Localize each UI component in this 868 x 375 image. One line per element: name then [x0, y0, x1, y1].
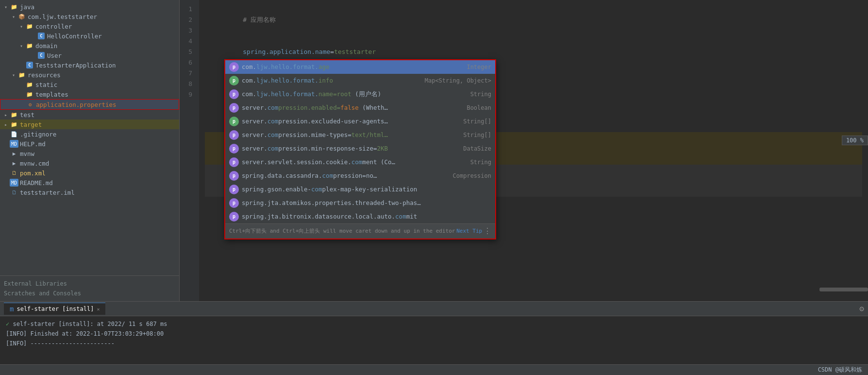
sidebar-item-label: domain — [35, 42, 57, 50]
autocomplete-item-10[interactable]: p spring.gson.enable-complex-map-key-ser… — [225, 183, 495, 196]
autocomplete-item-9[interactable]: p spring.data.cassandra.compression=no… … — [225, 169, 495, 183]
ac-icon-p: p — [229, 89, 239, 99]
ac-icon-p: p — [229, 198, 239, 208]
folder-icon: 📁 — [10, 111, 18, 119]
ac-text: com.ljw.hello.format.age — [242, 62, 457, 72]
tab-close-icon[interactable]: ✕ — [97, 307, 100, 312]
sidebar-item-label: .gitignore — [20, 131, 56, 138]
sidebar-item-mvnw[interactable]: ▶ mvnw — [0, 149, 179, 158]
ac-icon-p: p — [229, 171, 239, 181]
scratches-consoles-item[interactable]: Scratches and Consoles — [4, 289, 175, 298]
file-icon: 📄 — [10, 130, 18, 138]
folder-icon: 📁 — [25, 22, 34, 30]
ac-icon-p: p — [229, 157, 239, 167]
xml-icon: 🗋 — [10, 169, 18, 177]
sidebar-item-help-md[interactable]: MD HELP.md — [0, 139, 179, 149]
log-line-2: [INFO] ------------------------ — [6, 339, 862, 348]
chevron-down-icon: ▾ — [17, 43, 25, 49]
more-options-icon[interactable]: ⋮ — [484, 226, 491, 237]
sidebar-item-hello-controller[interactable]: C HelloController — [0, 31, 179, 41]
sidebar-item-templates[interactable]: 📁 templates — [0, 89, 179, 99]
sidebar-item-label: resources — [28, 71, 61, 79]
log-line-run: ✓ self-starter [install]: at 2022/ 11 s … — [6, 319, 862, 329]
tab-label: self-starter [install] — [17, 306, 94, 312]
sidebar-item-label: test — [20, 111, 34, 119]
external-libraries-item[interactable]: External Libraries — [4, 279, 175, 289]
sidebar-item-resources[interactable]: ▾ 📁 resources — [0, 70, 179, 80]
sidebar-item-domain[interactable]: ▾ 📁 domain — [0, 41, 179, 51]
code-content[interactable]: # 应用名称 spring.application.name=teststart… — [199, 0, 868, 301]
sidebar-item-controller[interactable]: ▾ 📁 controller — [0, 21, 179, 31]
sidebar-item-readme-md[interactable]: MD README.md — [0, 178, 179, 188]
ac-type: DataSize — [453, 143, 491, 154]
ac-text: spring.data.cassandra.compression=no… — [242, 170, 443, 181]
package-icon: 📦 — [17, 13, 26, 20]
ac-text: server.compression.min-response-size=2KB — [242, 143, 453, 154]
sidebar-item-label: TeststarterApplication — [35, 62, 116, 69]
autocomplete-item-5[interactable]: p server.compression.excluded-user-agent… — [225, 115, 495, 128]
ac-type: Compression — [443, 170, 491, 181]
ac-icon-p: p — [229, 76, 239, 85]
ac-text: server.servlet.session.cookie.comment (C… — [242, 157, 461, 168]
sidebar-item-user[interactable]: C User — [0, 51, 179, 60]
ac-type: String[] — [453, 130, 491, 140]
iml-icon: 🗋 — [10, 188, 18, 196]
sidebar-item-gitignore[interactable]: 📄 .gitignore — [0, 129, 179, 139]
ac-type: String — [461, 157, 491, 168]
sidebar-item-test[interactable]: ▸ 📁 test — [0, 110, 179, 119]
autocomplete-item-1[interactable]: p com.ljw.hello.format.age Integer — [225, 60, 495, 74]
sidebar-item-teststarter-app[interactable]: C TeststarterApplication — [0, 60, 179, 70]
sidebar-item-label: teststarter.iml — [20, 189, 75, 196]
sidebar-item-target[interactable]: ▸ 📁 target — [0, 119, 179, 129]
next-tip-link[interactable]: Next Tip — [456, 226, 482, 237]
status-right-text: CSDN @硕风和炼 — [818, 366, 862, 374]
code-line-1: # 应用名称 — [205, 4, 862, 36]
sidebar-item-application-properties[interactable]: ⚙ application.properties — [0, 99, 179, 110]
sidebar-item-package[interactable]: ▾ 📦 com.ljw.teststarter — [0, 12, 179, 21]
autocomplete-item-2[interactable]: p com.ljw.hello.format.info Map<String, … — [225, 74, 495, 87]
ac-type: Integer — [457, 62, 491, 72]
chevron-down-icon: ▾ — [2, 4, 10, 10]
md-icon: MD — [10, 179, 18, 187]
autocomplete-item-4[interactable]: p server.compression.enabled=false (Whet… — [225, 101, 495, 115]
ac-type: Boolean — [457, 102, 491, 113]
sidebar-item-label: static — [35, 81, 57, 88]
autocomplete-item-3[interactable]: p com.ljw.hello.format.name=root (用户名) S… — [225, 87, 495, 101]
autocomplete-item-11[interactable]: p spring.jta.atomikos.properties.threade… — [225, 196, 495, 210]
sidebar-item-label: User — [47, 52, 62, 59]
sidebar-item-java[interactable]: ▾ 📁 java — [0, 2, 179, 12]
ac-icon-p: p — [229, 212, 239, 222]
code-editor[interactable]: 1 2 3 4 5 6 7 8 9 # 应用名称 spring.applicat… — [180, 0, 868, 301]
status-bar: CSDN @硕风和炼 — [0, 364, 868, 375]
sidebar-item-label: controller — [35, 23, 72, 30]
sidebar-item-teststarter-iml[interactable]: 🗋 teststarter.iml — [0, 188, 179, 197]
sidebar-item-label: HELP.md — [20, 140, 46, 148]
horizontal-scrollbar[interactable] — [819, 288, 868, 291]
ac-type: String — [461, 89, 491, 100]
sidebar-item-mvnw-cmd[interactable]: ▶ mvnw.cmd — [0, 158, 179, 168]
tab-install[interactable]: m self-starter [install] ✕ — [4, 303, 105, 315]
settings-icon[interactable]: ⚙ — [859, 304, 864, 313]
folder-icon: 📁 — [25, 42, 34, 50]
hint-text: Ctrl+向下箭头 and Ctrl+向上箭头 will move caret … — [229, 226, 455, 237]
folder-icon: 📁 — [10, 3, 18, 11]
autocomplete-item-12[interactable]: p spring.jta.bitronix.datasource.local.a… — [225, 210, 495, 223]
autocomplete-item-7[interactable]: p server.compression.min-response-size=2… — [225, 142, 495, 155]
run-status-text: self-starter [install]: at 2022/ 11 s 68… — [13, 321, 167, 327]
folder-icon: 📁 — [25, 81, 34, 88]
autocomplete-item-8[interactable]: p server.servlet.session.cookie.comment … — [225, 155, 495, 169]
sidebar-item-label: pom.xml — [20, 170, 46, 177]
sidebar-item-static[interactable]: 📁 static — [0, 80, 179, 89]
ac-type: String[] — [453, 116, 491, 127]
log-text-1: [INFO] Finished at: 2022-11-07T23:03:29+… — [6, 330, 164, 337]
zoom-indicator: 100 % — [842, 136, 868, 145]
ac-text: server.compression.excluded-user-agents… — [242, 116, 453, 127]
autocomplete-item-6[interactable]: p server.compression.mime-types=text/htm… — [225, 128, 495, 142]
file-icon: ▶ — [10, 159, 18, 167]
sidebar-item-pom-xml[interactable]: 🗋 pom.xml — [0, 168, 179, 178]
ac-text: spring.jta.atomikos.properties.threaded-… — [242, 198, 482, 208]
md-icon: MD — [10, 140, 18, 148]
bottom-tabs: m self-starter [install] ✕ ⚙ — [0, 302, 868, 316]
autocomplete-dropdown: p com.ljw.hello.format.age Integer p com… — [224, 59, 496, 239]
ac-text: com.ljw.hello.format.info — [242, 75, 415, 86]
